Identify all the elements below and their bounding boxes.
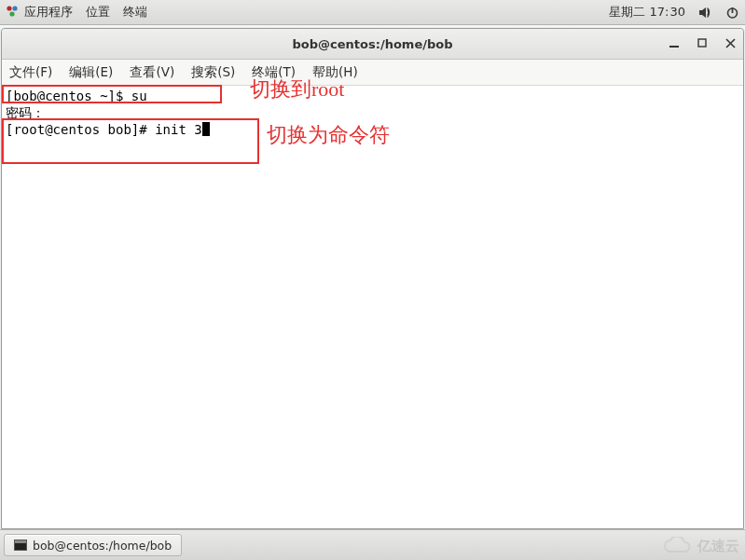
prompt-user: [bob@centos ~]$ xyxy=(6,89,131,103)
watermark-text: 亿速云 xyxy=(697,538,739,555)
clock-day: 星期二 xyxy=(609,5,645,19)
command-init: init 3 xyxy=(155,122,202,137)
places-menu[interactable]: 位置 xyxy=(86,4,110,20)
clock-minute: 30 xyxy=(669,5,685,19)
minimize-button[interactable] xyxy=(667,35,682,50)
password-prompt: 密码： xyxy=(6,105,45,120)
window-titlebar[interactable]: bob@centos:/home/bob xyxy=(2,29,743,60)
top-panel: 应用程序 位置 终端 星期二 17:30 xyxy=(0,0,745,25)
panel-left: 应用程序 位置 终端 xyxy=(6,4,147,20)
power-icon[interactable] xyxy=(725,6,739,20)
volume-icon[interactable] xyxy=(698,6,712,20)
terminal-line: 密码： xyxy=(6,104,739,121)
svg-point-1 xyxy=(12,6,17,10)
taskbar-task-label: bob@centos:/home/bob xyxy=(33,539,172,553)
applications-icon xyxy=(6,5,19,18)
terminal-output[interactable]: [bob@centos ~]$ su 密码： [root@centos bob]… xyxy=(2,86,743,528)
clock[interactable]: 星期二 17:30 xyxy=(609,4,685,20)
clock-hour: 17 xyxy=(650,5,666,19)
terminal-window: bob@centos:/home/bob 文件(F) 编辑(E) 查看(V) 搜… xyxy=(1,28,744,529)
cloud-icon xyxy=(662,537,694,555)
applications-menu[interactable]: 应用程序 xyxy=(6,4,73,20)
menu-file[interactable]: 文件(F) xyxy=(9,64,52,81)
svg-point-0 xyxy=(7,6,11,10)
command-su: su xyxy=(131,89,147,103)
window-controls xyxy=(667,35,738,50)
close-button[interactable] xyxy=(723,35,738,50)
panel-right: 星期二 17:30 xyxy=(609,4,739,20)
prompt-root: [root@centos bob]# xyxy=(6,122,155,137)
taskbar-terminal-task[interactable]: bob@centos:/home/bob xyxy=(4,534,182,556)
terminal-line: [bob@centos ~]$ su xyxy=(6,88,739,104)
watermark: 亿速云 xyxy=(662,537,739,555)
terminal-icon xyxy=(14,540,27,551)
menu-search[interactable]: 搜索(S) xyxy=(191,64,235,81)
window-title: bob@centos:/home/bob xyxy=(293,37,453,51)
annotation-switch-cli: 切换为命令符 xyxy=(267,127,390,143)
menu-view[interactable]: 查看(V) xyxy=(130,64,174,81)
menubar: 文件(F) 编辑(E) 查看(V) 搜索(S) 终端(T) 帮助(H) xyxy=(2,60,743,86)
cursor xyxy=(202,122,210,136)
maximize-button[interactable] xyxy=(695,35,710,50)
annotation-switch-root: 切换到root xyxy=(250,81,344,98)
terminal-launcher[interactable]: 终端 xyxy=(123,4,147,20)
svg-point-2 xyxy=(9,11,14,16)
svg-rect-6 xyxy=(698,39,706,47)
applications-label: 应用程序 xyxy=(24,5,73,19)
menu-edit[interactable]: 编辑(E) xyxy=(69,64,113,81)
bottom-taskbar: bob@centos:/home/bob xyxy=(0,529,745,560)
svg-rect-5 xyxy=(669,46,679,48)
